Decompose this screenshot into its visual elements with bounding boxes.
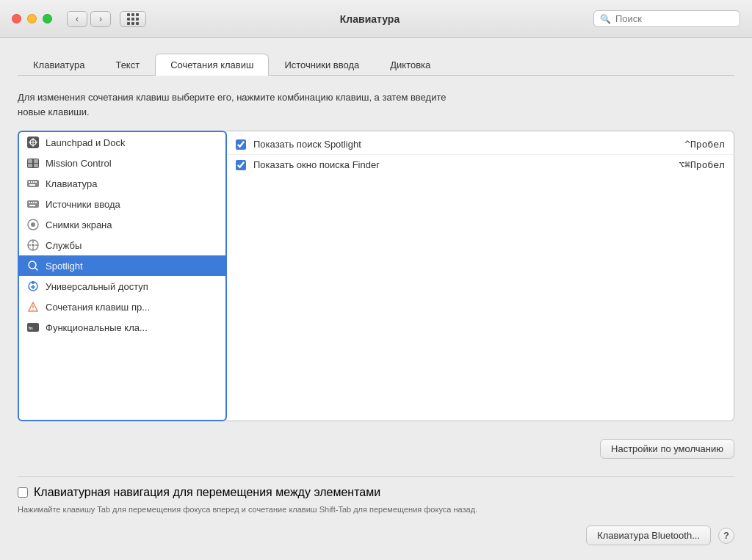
- right-panel: Показать поиск Spotlight ^Пробел Показат…: [227, 131, 734, 421]
- sidebar-item-label: Службы: [46, 240, 82, 251]
- shortcut-checkbox-spotlight[interactable]: [236, 139, 246, 150]
- search-input[interactable]: [615, 13, 734, 24]
- sidebar-item-launchpad[interactable]: Launchpad и Dock: [19, 132, 225, 153]
- mission-control-icon: [26, 156, 40, 170]
- traffic-lights: [12, 14, 52, 23]
- search-box[interactable]: 🔍: [593, 10, 740, 27]
- minimize-button[interactable]: [27, 14, 37, 23]
- launchpad-icon: [26, 136, 40, 149]
- footer-note: Нажимайте клавишу Tab для перемещения фо…: [18, 503, 734, 516]
- tab-input-sources[interactable]: Источники ввода: [269, 54, 375, 76]
- keyboard-icon: [26, 177, 40, 190]
- svg-rect-6: [34, 159, 38, 163]
- app-shortcuts-icon: [26, 300, 40, 313]
- input-sources-icon: [26, 197, 40, 211]
- main-content: Клавиатура Текст Сочетания клавиш Источн…: [0, 38, 752, 560]
- svg-rect-19: [35, 202, 37, 203]
- nav-buttons: ‹ ›: [67, 11, 111, 27]
- close-button[interactable]: [12, 14, 21, 23]
- shortcut-name-finder: Показать окно поиска Finder: [253, 159, 671, 170]
- tab-dictation[interactable]: Диктовка: [375, 54, 446, 76]
- help-button[interactable]: ?: [718, 528, 734, 544]
- svg-rect-12: [33, 181, 35, 183]
- shortcut-row-finder: Показать окно поиска Finder ⌥⌘Пробел: [227, 155, 734, 175]
- svg-rect-17: [31, 202, 32, 203]
- shortcut-name-spotlight: Показать поиск Spotlight: [253, 139, 677, 150]
- svg-rect-8: [34, 164, 38, 167]
- svg-point-37: [32, 309, 34, 310]
- window-title: Клавиатура: [155, 13, 585, 25]
- sidebar-item-mission-control[interactable]: Mission Control: [19, 153, 225, 173]
- forward-button[interactable]: ›: [90, 11, 111, 27]
- sidebar-item-spotlight[interactable]: Spotlight: [19, 255, 225, 276]
- sidebar-item-label: Клавиатура: [46, 178, 97, 189]
- svg-rect-18: [33, 202, 35, 203]
- sidebar-item-label: Launchpad и Dock: [46, 137, 125, 148]
- svg-rect-15: [27, 200, 39, 208]
- svg-rect-16: [29, 202, 30, 203]
- keyboard-nav-label: Клавиатурная навигация для перемещения м…: [34, 486, 380, 499]
- footer-buttons: Клавиатура Bluetooth... ?: [18, 526, 734, 545]
- sidebar-item-keyboard[interactable]: Клавиатура: [19, 173, 225, 194]
- tab-shortcuts[interactable]: Сочетания клавиш: [155, 54, 269, 76]
- apps-button[interactable]: [120, 11, 146, 27]
- sidebar-item-accessibility[interactable]: Универсальный доступ: [19, 276, 225, 297]
- sidebar-item-label: Снимки экрана: [46, 219, 112, 230]
- content-area: Launchpad и Dock Mission Control Клавиат…: [18, 131, 734, 421]
- shortcut-row-spotlight: Показать поиск Spotlight ^Пробел: [227, 134, 734, 155]
- back-button[interactable]: ‹: [67, 11, 87, 27]
- svg-rect-5: [28, 159, 32, 163]
- sidebar-item-label: Универсальный доступ: [46, 281, 148, 292]
- sidebar-item-app-shortcuts[interactable]: Сочетания клавиш пр...: [19, 297, 225, 317]
- svg-rect-9: [27, 180, 39, 187]
- svg-rect-20: [29, 205, 35, 206]
- accessibility-icon: [26, 280, 40, 293]
- sidebar-list: Launchpad и Dock Mission Control Клавиат…: [18, 131, 227, 421]
- services-icon: [26, 239, 40, 252]
- tabs: Клавиатура Текст Сочетания клавиш Источн…: [18, 53, 734, 76]
- sidebar-item-fn-keys[interactable]: fn Функциональные кла...: [19, 317, 225, 338]
- svg-rect-14: [29, 184, 35, 186]
- svg-point-24: [32, 244, 35, 247]
- svg-rect-10: [29, 181, 30, 183]
- sidebar-item-label: Mission Control: [46, 158, 112, 169]
- grid-icon: [127, 13, 139, 25]
- shortcut-keys-spotlight: ^Пробел: [684, 139, 725, 150]
- keyboard-nav-checkbox[interactable]: [18, 487, 28, 498]
- sidebar-item-label: Spotlight: [46, 261, 83, 272]
- sidebar-item-services[interactable]: Службы: [19, 235, 225, 255]
- svg-point-22: [31, 222, 35, 227]
- tab-keyboard[interactable]: Клавиатура: [18, 54, 100, 76]
- defaults-button[interactable]: Настройки по умолчанию: [600, 439, 734, 459]
- sidebar-item-label: Функциональные кла...: [46, 322, 148, 333]
- shortcut-checkbox-finder[interactable]: [236, 160, 246, 170]
- sidebar-item-label: Сочетания клавиш пр...: [46, 302, 150, 313]
- shortcut-keys-finder: ⌥⌘Пробел: [679, 159, 725, 170]
- footer-section: Клавиатурная навигация для перемещения м…: [18, 476, 734, 546]
- description-text: Для изменения сочетания клавиш выберите …: [18, 90, 734, 119]
- fn-icon: fn: [26, 321, 40, 334]
- titlebar: ‹ › Клавиатура 🔍: [0, 0, 752, 38]
- sidebar-item-input-sources[interactable]: Источники ввода: [19, 194, 225, 214]
- bluetooth-button[interactable]: Клавиатура Bluetooth...: [586, 526, 711, 545]
- tab-text[interactable]: Текст: [100, 54, 155, 76]
- keyboard-nav-row: Клавиатурная навигация для перемещения м…: [18, 486, 734, 499]
- svg-text:fn: fn: [29, 326, 33, 330]
- screenshot-icon: [26, 218, 40, 231]
- svg-rect-7: [28, 164, 32, 167]
- shortcuts-list: Показать поиск Spotlight ^Пробел Показат…: [227, 131, 734, 421]
- maximize-button[interactable]: [43, 14, 52, 23]
- svg-rect-11: [31, 181, 32, 183]
- search-icon: 🔍: [600, 14, 611, 24]
- spotlight-icon: [26, 259, 40, 272]
- bottom-section: Настройки по умолчанию: [18, 433, 734, 459]
- svg-line-30: [35, 268, 37, 270]
- sidebar-item-screenshots[interactable]: Снимки экрана: [19, 214, 225, 235]
- svg-rect-13: [35, 181, 37, 183]
- sidebar-item-label: Источники ввода: [46, 199, 120, 210]
